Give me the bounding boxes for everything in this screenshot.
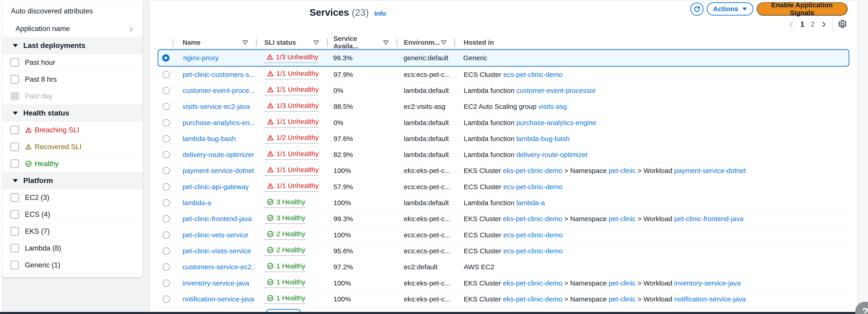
radio-button[interactable]	[163, 199, 170, 207]
table-row[interactable]: notification-service-java1 Healthy100%ek…	[159, 291, 848, 307]
table-row[interactable]: visits-service-ec2-java1/3 Unhealthy88.5…	[159, 99, 848, 115]
sli-status-trigger[interactable]: 1/1 Unhealthy	[264, 166, 319, 176]
checkbox[interactable]	[10, 58, 19, 67]
filter-icon[interactable]	[441, 40, 447, 45]
sli-status-trigger[interactable]: 1/1 Unhealthy	[264, 182, 319, 192]
radio-button[interactable]	[163, 103, 170, 110]
hosted-resource-link[interactable]: eks-pet-clinic-demo	[503, 167, 562, 174]
radio-button[interactable]	[163, 183, 170, 190]
radio-button[interactable]	[163, 263, 170, 271]
hosted-resource-link[interactable]: payment-service-dotnet	[674, 167, 746, 174]
sidebar-item-healthy[interactable]: Healthy	[2, 155, 143, 172]
application-name-row[interactable]: Application name	[2, 20, 143, 37]
actions-button[interactable]: Actions	[707, 2, 753, 15]
table-row[interactable]: pet-clinic-vets-service2 Healthy100%ecs:…	[159, 227, 848, 243]
service-name-link[interactable]: purchase-analytics-en...	[183, 119, 255, 127]
sidebar-item-lambda-8-[interactable]: Lambda (8)	[2, 240, 143, 257]
service-name-link[interactable]: customers-service-ec2...	[183, 263, 256, 271]
checkbox[interactable]	[10, 210, 19, 219]
hosted-resource-link[interactable]: ecs-pet-clinic-demo	[503, 183, 563, 190]
sidebar-item-ec2-3-[interactable]: EC2 (3)	[2, 189, 143, 206]
table-row[interactable]: pet-clinic-customers-s...1/1 Unhealthy97…	[159, 67, 848, 82]
hosted-resource-link[interactable]: customer-event-processor	[516, 87, 596, 94]
sli-status-trigger[interactable]: 1/1 Unhealthy	[264, 85, 319, 95]
hosted-resource-link[interactable]: eks-pet-clinic-demo	[503, 295, 562, 303]
page-number-1[interactable]: 1	[800, 20, 804, 28]
sli-status-trigger[interactable]: 1 Healthy	[264, 262, 305, 272]
table-row[interactable]: delivery-route-optimizer1/1 Unhealthy82.…	[159, 147, 848, 163]
previous-page-icon[interactable]	[788, 21, 795, 28]
sli-status-trigger[interactable]: 1/1 Unhealthy	[264, 150, 319, 160]
table-row[interactable]: customers-service-ec2...1 Healthy97.2%ec…	[159, 259, 848, 275]
table-row[interactable]: pet-clinic-visits-service2 Healthy95.6%e…	[159, 243, 848, 259]
table-row[interactable]: pet-clinic-api-gateway1/1 Unhealthy57.9%…	[159, 179, 848, 195]
checkbox[interactable]	[10, 75, 19, 83]
sidebar-item-eks-7-[interactable]: EKS (7)	[2, 223, 143, 240]
hosted-resource-link[interactable]: notification-service-java	[674, 295, 746, 303]
service-name-link[interactable]: delivery-route-optimizer	[183, 151, 254, 159]
service-name-link[interactable]: pet-clinic-vets-service	[183, 231, 248, 239]
checkbox[interactable]	[10, 143, 19, 151]
service-name-link[interactable]: payment-service-dotnet	[183, 167, 254, 175]
service-name-link[interactable]: pet-clinic-customers-s...	[183, 71, 255, 78]
sli-status-trigger[interactable]: 1 Healthy	[264, 278, 305, 288]
hosted-resource-link[interactable]: purchase-analytics-engine	[516, 119, 596, 127]
sidebar-section-header-last-deployments[interactable]: Last deployments	[2, 37, 143, 54]
hosted-resource-link[interactable]: lambda-a	[516, 199, 545, 207]
checkbox[interactable]	[10, 227, 19, 236]
scrollbar-gutter[interactable]	[858, 0, 868, 314]
service-name-link[interactable]: pet-clinic-visits-service	[183, 247, 251, 255]
filter-icon[interactable]	[242, 40, 248, 45]
column-header-service-availa-[interactable]: Service Availa...	[327, 36, 397, 48]
table-row[interactable]: customer-event-proce...1/1 Unhealthy0%la…	[159, 82, 848, 99]
checkbox[interactable]	[10, 160, 19, 168]
service-name-link[interactable]: pet-clinic-api-gateway	[183, 183, 249, 191]
hosted-resource-link[interactable]: delivery-route-optimizer	[516, 151, 588, 159]
service-name-link[interactable]: visits-service-ec2-java	[183, 103, 250, 110]
sidebar-item-past-8-hrs[interactable]: Past 8 hrs	[2, 71, 143, 88]
table-row[interactable]: pet-clinic-frontend-java3 Healthy99.3%ek…	[159, 211, 848, 227]
gear-icon[interactable]	[837, 19, 848, 30]
radio-button[interactable]	[162, 54, 169, 62]
checkbox[interactable]	[10, 261, 19, 269]
hosted-resource-link[interactable]: pet-clinic-frontend-java	[674, 215, 744, 222]
filter-icon[interactable]	[383, 40, 389, 45]
sidebar-item-past-day[interactable]: Past day	[2, 88, 143, 105]
radio-button[interactable]	[163, 215, 170, 222]
sli-status-trigger[interactable]: 3 Healthy	[264, 214, 305, 224]
checkbox[interactable]	[10, 193, 19, 202]
hosted-resource-link[interactable]: pet-clinic	[609, 279, 636, 287]
hosted-resource-link[interactable]: pet-clinic	[609, 215, 636, 222]
radio-button[interactable]	[163, 71, 170, 78]
radio-button[interactable]	[163, 87, 170, 94]
column-header-environm-[interactable]: Environm...	[397, 36, 455, 48]
service-name-link[interactable]: inventory-service-java	[183, 279, 249, 287]
radio-button[interactable]	[163, 295, 170, 303]
service-name-link[interactable]: nginx-proxy	[183, 54, 219, 62]
radio-button[interactable]	[163, 167, 170, 174]
service-name-link[interactable]: customer-event-proce...	[183, 87, 255, 95]
sidebar-item-past-hour[interactable]: Past hour	[2, 54, 143, 71]
sidebar-item-ecs-4-[interactable]: ECS (4)	[2, 206, 143, 223]
table-row[interactable]: payment-service-dotnet1/1 Unhealthy100%e…	[159, 163, 848, 179]
sli-status-trigger[interactable]: 1/1 Unhealthy	[264, 118, 319, 128]
service-name-link[interactable]: pet-clinic-frontend-java	[183, 215, 252, 223]
page-number-2[interactable]: 2	[811, 20, 814, 28]
radio-button[interactable]	[163, 135, 170, 142]
table-row[interactable]: lambda-bug-bash1/2 Unhealthy97.6%lambda:…	[159, 131, 848, 147]
table-row[interactable]: purchase-analytics-en...1/1 Unhealthy0%l…	[159, 115, 848, 131]
info-link[interactable]: Info	[374, 10, 386, 18]
service-name-link[interactable]: notification-service-java	[183, 295, 254, 303]
radio-button[interactable]	[163, 119, 170, 127]
sidebar-item-breaching-sli[interactable]: Breaching SLI	[2, 121, 143, 139]
column-header-hosted-in[interactable]: Hosted in	[455, 36, 848, 48]
sli-status-trigger[interactable]: 3 Healthy	[264, 198, 305, 208]
hosted-resource-link[interactable]: ecs-pet-clinic-demo	[503, 231, 563, 239]
sidebar-item-generic-1-[interactable]: Generic (1)	[2, 257, 143, 274]
radio-button[interactable]	[163, 247, 170, 255]
checkbox[interactable]	[10, 126, 19, 134]
sli-status-trigger[interactable]: 1/2 Unhealthy	[264, 134, 319, 143]
table-row[interactable]: nginx-proxy1/3 Unhealthy99.3%generic:def…	[158, 49, 849, 67]
table-row[interactable]: inventory-service-java1 Healthy100%eks:e…	[159, 275, 848, 291]
sli-status-trigger[interactable]: 1/3 Unhealthy	[264, 53, 318, 63]
